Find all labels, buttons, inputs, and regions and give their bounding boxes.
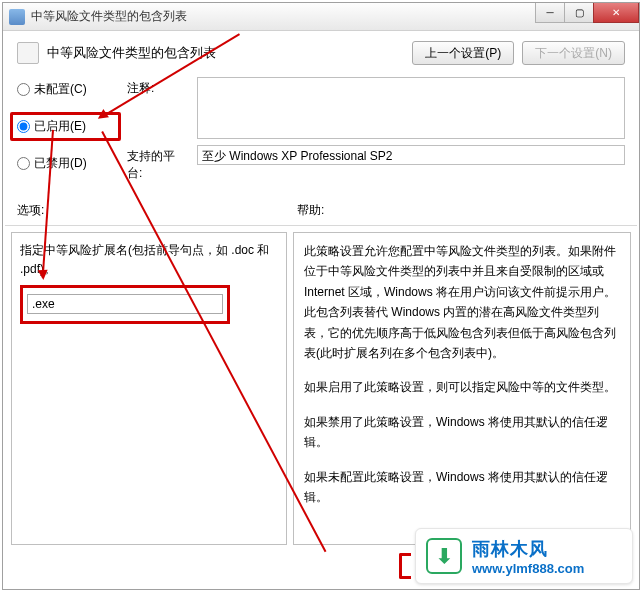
prev-setting-button[interactable]: 上一个设置(P): [412, 41, 514, 65]
radio-column: 未配置(C) 已启用(E) 已禁用(D): [17, 77, 117, 188]
panels-row: 指定中等风险扩展名(包括前导句点，如 .doc 和 .pdf)。 此策略设置允许…: [3, 226, 639, 545]
help-text-4: 如果未配置此策略设置，Windows 将使用其默认的信任逻辑。: [304, 467, 620, 508]
extensions-input[interactable]: [27, 294, 223, 314]
platform-value: 至少 Windows XP Professional SP2: [197, 145, 625, 165]
maximize-button[interactable]: ▢: [564, 3, 594, 23]
app-icon: [9, 9, 25, 25]
comment-label: 注释:: [127, 77, 189, 97]
annotation-highlight-ok: [399, 553, 411, 579]
page-title: 中等风险文件类型的包含列表: [47, 44, 404, 62]
options-description: 指定中等风险扩展名(包括前导句点，如 .doc 和 .pdf)。: [20, 241, 278, 279]
options-section-label: 选项:: [17, 202, 297, 219]
annotation-highlight-input: [20, 285, 230, 323]
comment-textarea[interactable]: [197, 77, 625, 139]
radio-disabled-input[interactable]: [17, 157, 30, 170]
window-controls: ─ ▢ ✕: [536, 3, 639, 23]
help-text-1: 此策略设置允许您配置中等风险文件类型的列表。如果附件位于中等风险文件类型的列表中…: [304, 241, 620, 363]
radio-not-configured-label: 未配置(C): [34, 81, 87, 98]
radio-disabled[interactable]: 已禁用(D): [17, 155, 117, 172]
watermark: ⬇ 雨林木风 www.ylmf888.com: [415, 528, 633, 584]
minimize-button[interactable]: ─: [535, 3, 565, 23]
comment-row: 注释:: [127, 77, 625, 139]
config-area: 未配置(C) 已启用(E) 已禁用(D) 注释: 支持的平台: 至少 Windo…: [3, 71, 639, 190]
window-title: 中等风险文件类型的包含列表: [31, 8, 187, 25]
options-panel: 指定中等风险扩展名(包括前导句点，如 .doc 和 .pdf)。: [11, 232, 287, 545]
header-row: 中等风险文件类型的包含列表 上一个设置(P) 下一个设置(N): [3, 31, 639, 71]
platform-row: 支持的平台: 至少 Windows XP Professional SP2: [127, 145, 625, 182]
radio-enabled[interactable]: 已启用(E): [17, 118, 114, 135]
close-button[interactable]: ✕: [593, 3, 639, 23]
section-labels: 选项: 帮助:: [3, 190, 639, 223]
radio-not-configured[interactable]: 未配置(C): [17, 81, 117, 98]
help-text-3: 如果禁用了此策略设置，Windows 将使用其默认的信任逻辑。: [304, 412, 620, 453]
policy-icon: [17, 42, 39, 64]
config-right-column: 注释: 支持的平台: 至少 Windows XP Professional SP…: [127, 77, 625, 188]
radio-disabled-label: 已禁用(D): [34, 155, 87, 172]
watermark-url: www.ylmf888.com: [472, 561, 584, 576]
watermark-title: 雨林木风: [472, 537, 584, 561]
radio-enabled-label: 已启用(E): [34, 118, 86, 135]
annotation-highlight-enabled: 已启用(E): [10, 112, 121, 141]
watermark-icon: ⬇: [426, 538, 462, 574]
radio-not-configured-input[interactable]: [17, 83, 30, 96]
platform-label: 支持的平台:: [127, 145, 189, 182]
help-text-2: 如果启用了此策略设置，则可以指定风险中等的文件类型。: [304, 377, 620, 397]
help-panel: 此策略设置允许您配置中等风险文件类型的列表。如果附件位于中等风险文件类型的列表中…: [293, 232, 631, 545]
titlebar: 中等风险文件类型的包含列表 ─ ▢ ✕: [3, 3, 639, 31]
watermark-text: 雨林木风 www.ylmf888.com: [472, 537, 584, 576]
policy-editor-window: 中等风险文件类型的包含列表 ─ ▢ ✕ 中等风险文件类型的包含列表 上一个设置(…: [2, 2, 640, 590]
next-setting-button: 下一个设置(N): [522, 41, 625, 65]
radio-enabled-input[interactable]: [17, 120, 30, 133]
help-section-label: 帮助:: [297, 202, 324, 219]
